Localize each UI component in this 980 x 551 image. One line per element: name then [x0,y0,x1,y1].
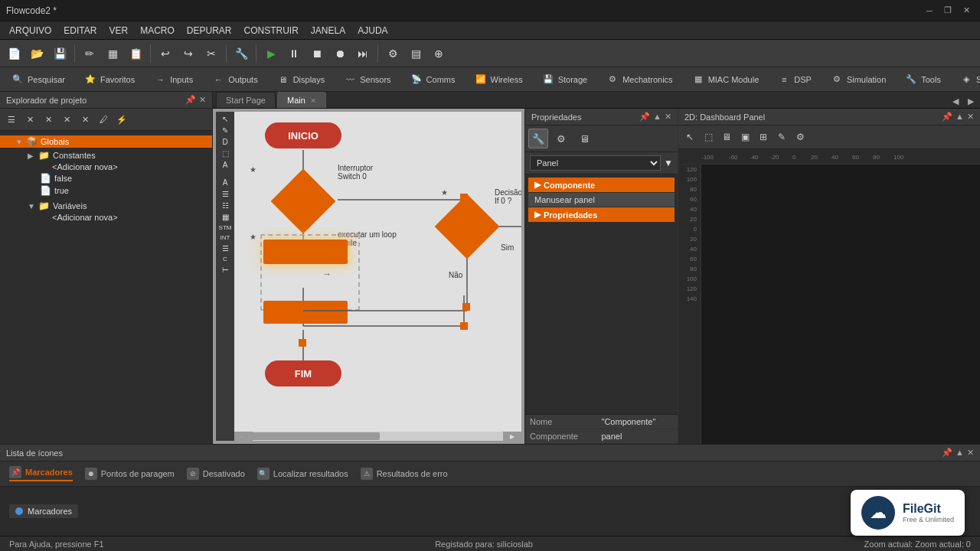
props-tool-2[interactable]: ⚙ [551,129,571,148]
props-tool-1[interactable]: 🔧 [528,129,548,148]
comp-tools[interactable]: 🔧 Tools [900,71,946,88]
dash-tool-3[interactable]: 🖥 [718,129,735,145]
comp-displays[interactable]: 🖥 Displays [272,71,330,88]
dash-tool-4[interactable]: ▣ [737,129,753,145]
comp-storage[interactable]: 💾 Storage [537,71,593,88]
menu-construir[interactable]: CONSTRUIR [238,24,305,37]
tree-row-true[interactable]: 📄 true [0,184,212,197]
props-group-propriedades[interactable]: ▶ Propriedades [528,207,675,222]
lt-btn-1[interactable]: ☰ [3,111,20,128]
step-button[interactable]: ⏭ [352,43,374,64]
props-group-componente[interactable]: ▶ Componente [528,178,675,192]
canvas-tool-3[interactable]: D [222,138,227,146]
tree-row-false[interactable]: 📄 false [0,172,212,184]
breakpoint-button[interactable]: ⏺ [329,43,351,64]
table-button[interactable]: ▦ [102,43,123,64]
canvas-tool-5[interactable]: A [223,161,228,169]
tab-prev-button[interactable]: ◀ [949,95,962,108]
canvas-tool-13[interactable]: C [223,256,227,262]
undo-button[interactable]: ↩ [155,43,176,64]
redo-button[interactable]: ↪ [178,43,199,64]
icon-tab-localizar[interactable]: 🔍 Localizar resultados [257,468,348,480]
edit-button[interactable]: ✏ [79,43,100,64]
minimize-button[interactable]: ─ [922,3,937,18]
component-button[interactable]: 🔧 [230,43,252,64]
icon-list-close-button[interactable]: ✕ [967,448,974,458]
comp-sensors[interactable]: 〰 Sensors [338,71,395,88]
extra-btn-3[interactable]: ⊕ [428,43,449,64]
canvas-tool-11[interactable]: INT [220,234,230,241]
dash-tool-2[interactable]: ⬚ [700,129,717,145]
close-left-panel-button[interactable]: ✕ [199,95,206,105]
tree-row-constantes[interactable]: ▶ 📁 Constantes [0,149,212,161]
fc-diamond-2-wrapper[interactable] [435,194,499,259]
menu-depurar[interactable]: DEPURAR [181,24,238,37]
dashboard-pin-button[interactable]: 📌 [942,112,952,122]
dashboard-close-button[interactable]: ✕ [967,112,974,122]
copy-button[interactable]: 📋 [125,43,146,64]
icon-tab-marcadores[interactable]: 📌 Marcadores [9,466,73,481]
comp-simulation[interactable]: ⚙ Simulation [825,71,890,88]
fc-diamond-1-wrapper[interactable] [271,169,335,233]
dash-tool-1[interactable]: ↖ [681,129,698,145]
pin-button[interactable]: 📌 [185,95,196,105]
comp-comms[interactable]: 📡 Comms [405,71,460,88]
props-tool-3[interactable]: 🖥 [574,129,594,148]
tab-main[interactable]: Main ✕ [277,92,326,108]
dashboard-canvas[interactable] [701,165,980,444]
canvas-tool-1[interactable]: ↖ [222,115,228,123]
props-expand-button[interactable]: ▲ [653,112,662,122]
icon-tab-desativado[interactable]: ⊘ Desativado [187,468,245,480]
tab-next-button[interactable]: ▶ [965,95,977,108]
stop-button[interactable]: ⏹ [306,43,328,64]
cut-button[interactable]: ✂ [201,43,222,64]
menu-arquivo[interactable]: ARQUIVO [3,24,57,37]
menu-editar[interactable]: EDITAR [57,24,103,37]
canvas-tool-4[interactable]: ⬚ [222,149,229,158]
tab-start-page[interactable]: Start Page [216,92,276,108]
properties-dropdown[interactable]: Panel [530,155,661,171]
comp-mechatronics[interactable]: ⚙ Mechatronics [601,71,677,88]
menu-ajuda[interactable]: AJUDA [351,24,394,37]
extra-btn-1[interactable]: ⚙ [382,43,403,64]
expand-variaveis[interactable]: ▼ [28,202,38,210]
fc-fim[interactable]: FIM [265,360,341,386]
props-close-button[interactable]: ✕ [665,112,671,122]
scroll-right-button[interactable]: ▶ [503,432,521,441]
lt-btn-6[interactable]: 🖊 [95,111,112,128]
lt-btn-5[interactable]: ✕ [77,111,93,128]
menu-ver[interactable]: VER [103,24,134,37]
menu-macro[interactable]: MACRO [134,24,181,37]
expand-globais[interactable]: ▼ [15,138,26,146]
canvas-tool-6[interactable]: A [223,178,228,187]
tree-row-globais[interactable]: ▼ 📦 Globais [0,135,212,148]
icon-list-pin-button[interactable]: 📌 [942,448,952,458]
lt-btn-4[interactable]: ✕ [58,111,75,128]
fc-inner-rect[interactable] [263,301,348,324]
open-button[interactable]: 📂 [26,43,47,64]
comp-outputs[interactable]: ← Outputs [207,71,263,88]
canvas-tool-12[interactable]: ☰ [222,244,229,253]
play-button[interactable]: ▶ [260,43,282,64]
pause-button[interactable]: ⏸ [283,43,305,64]
comp-dsp[interactable]: ≡ DSP [773,71,816,88]
canvas-hscrollbar[interactable]: ◀ ▶ [234,432,521,441]
canvas-tool-8[interactable]: ☷ [222,201,229,210]
comp-wireless[interactable]: 📶 Wireless [469,71,528,88]
tree-row-adicionar-const[interactable]: <Adicionar nova> [0,161,212,172]
comp-miac[interactable]: ▦ MIAC Module [687,71,764,88]
restore-button[interactable]: ❐ [940,3,956,18]
fc-inicio[interactable]: INICIO [265,122,341,148]
canvas-tool-10[interactable]: STM [219,224,232,231]
comp-inputs[interactable]: → Inputs [149,71,198,88]
comp-pesquisar[interactable]: 🔍 Pesquisar [6,71,70,88]
canvas-tool-14[interactable]: ⊢ [222,266,229,274]
dash-tool-5[interactable]: ⊞ [755,129,772,145]
tree-row-adicionar-var[interactable]: <Adicionar nova> [0,212,212,223]
icon-tab-erros[interactable]: ⚠ Resultados de erro [361,468,448,480]
canvas-hscroll-thumb[interactable] [242,432,380,440]
close-tab-main[interactable]: ✕ [310,96,316,105]
dash-tool-7[interactable]: ⚙ [792,129,808,145]
props-pin-button[interactable]: 📌 [639,112,650,122]
canvas-tool-9[interactable]: ▦ [222,213,229,221]
